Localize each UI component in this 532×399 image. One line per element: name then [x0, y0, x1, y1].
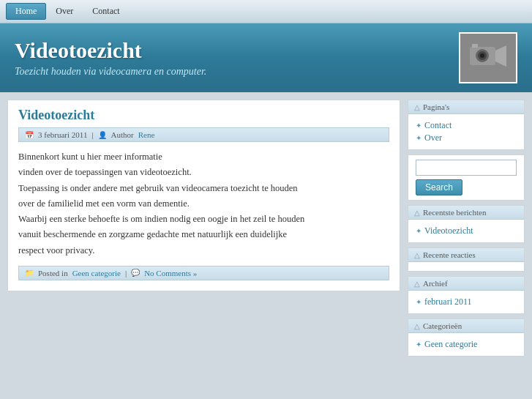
site-title: Videotoezicht — [15, 38, 459, 63]
categories-icon: △ — [414, 322, 420, 330]
category-link-1[interactable]: ✦ Geen categorie — [416, 339, 517, 350]
article: Videotoezicht 📅 3 februari 2011 | 👤 Auth… — [7, 100, 400, 291]
widget-recent-posts-header: △ Recentste berichten — [408, 206, 524, 220]
widget-categories-body: ✦ Geen categorie — [408, 333, 524, 356]
archive-icon: △ — [414, 280, 420, 288]
sidebar: △ Pagina's ✦ Contact ✦ Over Search — [408, 100, 525, 357]
body-line-6: vanuit beschermende en zorgzame gedachte… — [18, 227, 389, 242]
archive-link-1[interactable]: ✦ februari 2011 — [416, 297, 517, 307]
navigation-bar: Home Over Contact — [0, 0, 532, 23]
nav-item-contact[interactable]: Contact — [83, 3, 129, 20]
article-title: Videotoezicht — [18, 108, 389, 123]
article-body: Binnenkort kunt u hier meer informatie v… — [18, 149, 389, 258]
widget-categories: △ Categorieën ✦ Geen categorie — [408, 318, 525, 357]
article-meta: 📅 3 februari 2011 | 👤 Author Rene — [18, 127, 389, 142]
widget-recent-comments-header: △ Recente reacties — [408, 248, 524, 262]
body-line-7: respect voor privacy. — [18, 243, 389, 258]
cat-link-icon-1: ✦ — [416, 340, 422, 348]
link-icon-contact: ✦ — [416, 122, 422, 130]
widget-pages: △ Pagina's ✦ Contact ✦ Over — [408, 100, 525, 150]
site-header: Videotoezicht Toezicht houden via videoc… — [0, 23, 532, 92]
comments-link[interactable]: No Comments » — [144, 269, 197, 277]
site-tagline: Toezicht houden via videocamera en compu… — [15, 66, 459, 78]
author-link[interactable]: Rene — [138, 130, 155, 139]
body-line-1: Binnenkort kunt u hier meer informatie — [18, 149, 389, 165]
main-container: Videotoezicht 📅 3 februari 2011 | 👤 Auth… — [0, 92, 532, 364]
recent-comments-icon: △ — [414, 251, 420, 259]
category-label: Posted in — [38, 269, 68, 277]
widget-recent-posts: △ Recentste berichten ✦ Videotoezicht — [408, 205, 525, 243]
widget-recent-posts-body: ✦ Videotoezicht — [408, 220, 524, 242]
recent-post-label-1: Videotoezicht — [424, 225, 473, 236]
pages-link-over[interactable]: ✦ Over — [416, 133, 517, 143]
content-area: Videotoezicht 📅 3 februari 2011 | 👤 Auth… — [7, 100, 400, 357]
svg-marker-4 — [495, 45, 506, 67]
widget-search: Search — [408, 154, 525, 201]
widget-pages-header: △ Pagina's — [408, 100, 524, 114]
svg-rect-5 — [472, 44, 478, 48]
body-line-4: over de familielid met een vorm van deme… — [18, 196, 389, 212]
recent-posts-icon: △ — [414, 209, 420, 217]
meta-separator: | — [91, 130, 93, 139]
search-input[interactable] — [416, 160, 517, 176]
widget-recent-comments-body — [408, 262, 524, 271]
body-line-3: Toepassing is onder andere met gebruik v… — [18, 181, 389, 196]
search-button[interactable]: Search — [416, 179, 462, 195]
archive-link-icon-1: ✦ — [416, 298, 422, 306]
widget-recent-posts-title: Recentste berichten — [423, 208, 486, 217]
svg-point-3 — [480, 53, 484, 58]
pages-contact-label: Contact — [424, 120, 452, 131]
widget-pages-title: Pagina's — [423, 102, 449, 111]
pages-link-contact[interactable]: ✦ Contact — [416, 120, 517, 131]
link-icon-over: ✦ — [416, 134, 422, 142]
comment-icon: 💬 — [131, 269, 140, 277]
widget-archive: △ Archief ✦ februari 2011 — [408, 276, 525, 314]
widget-search-body: Search — [408, 155, 524, 200]
body-line-2: vinden over de toepassingen van videotoe… — [18, 165, 389, 180]
article-footer: 📁 Posted in Geen categorie | 💬 No Commen… — [18, 266, 389, 280]
folder-icon: 📁 — [25, 269, 34, 277]
archive-label-1: februari 2011 — [424, 297, 472, 307]
widget-archive-header: △ Archief — [408, 277, 524, 291]
author-label: Author — [111, 130, 134, 139]
widget-recent-comments-title: Recente reacties — [423, 250, 476, 259]
camera-icon — [466, 36, 510, 80]
widget-archive-title: Archief — [423, 279, 448, 288]
nav-item-home[interactable]: Home — [6, 3, 46, 20]
widget-archive-body: ✦ februari 2011 — [408, 291, 524, 313]
widget-pages-body: ✦ Contact ✦ Over — [408, 114, 524, 149]
widget-categories-title: Categorieën — [423, 321, 462, 330]
widget-categories-header: △ Categorieën — [408, 319, 524, 333]
widget-recent-comments: △ Recente reacties — [408, 247, 525, 272]
header-image — [459, 32, 517, 83]
pages-over-label: Over — [424, 133, 442, 143]
pages-icon: △ — [414, 103, 420, 111]
author-icon: 👤 — [98, 131, 107, 139]
recent-post-link-1[interactable]: ✦ Videotoezicht — [416, 225, 517, 236]
category-link[interactable]: Geen categorie — [72, 269, 121, 277]
calendar-icon: 📅 — [25, 131, 34, 139]
category-label-1: Geen categorie — [424, 339, 477, 350]
article-date: 3 februari 2011 — [38, 130, 87, 139]
nav-item-over[interactable]: Over — [46, 3, 83, 20]
header-text: Videotoezicht Toezicht houden via videoc… — [15, 38, 459, 78]
body-line-5: Waarbij een sterke behoefte is om indien… — [18, 212, 389, 227]
footer-separator: | — [125, 269, 127, 277]
post-link-icon-1: ✦ — [416, 227, 422, 235]
